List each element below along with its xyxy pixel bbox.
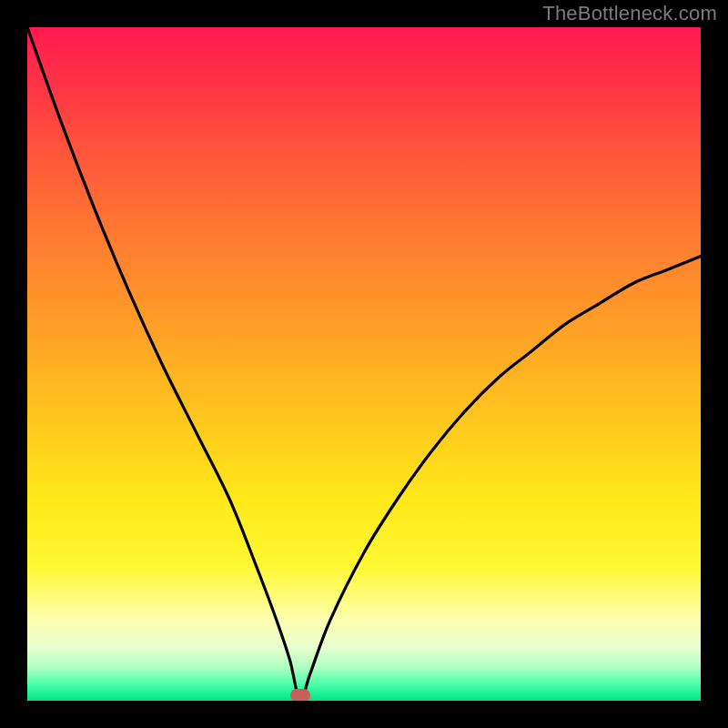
- watermark-text: TheBottleneck.com: [542, 2, 717, 25]
- curve-path: [27, 27, 701, 701]
- minimum-marker: [290, 689, 310, 701]
- plot-area: [27, 27, 701, 701]
- chart-frame: TheBottleneck.com: [0, 0, 728, 728]
- bottleneck-curve: [27, 27, 701, 701]
